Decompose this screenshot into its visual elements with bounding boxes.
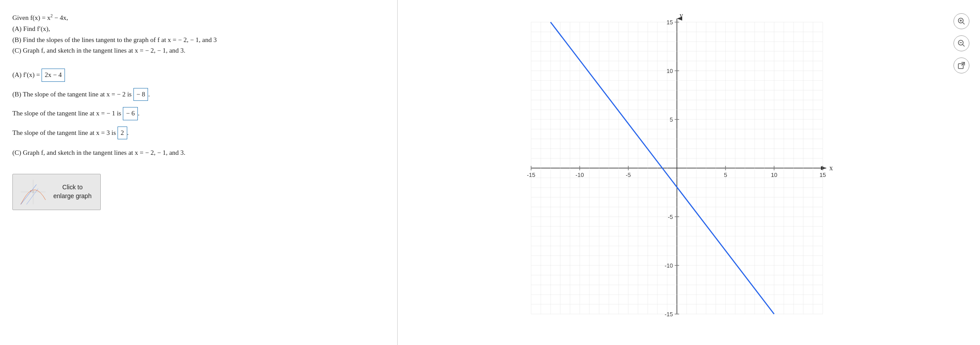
x-ticks: -15 -10 -5 5 10 15 [527, 166, 826, 178]
svg-point-4 [30, 190, 31, 191]
zoom-in-button[interactable] [953, 13, 969, 29]
part-a-answer: 2x − 4 [42, 69, 65, 82]
given-line: Given f(x) = x2 − 4x, [12, 12, 381, 23]
part-b2-answer: − 6 [123, 107, 138, 120]
part-b1-prefix: (B) The slope of the tangent line at x =… [12, 91, 133, 98]
svg-line-99 [963, 45, 965, 46]
y-axis-label: y [680, 12, 683, 19]
part-b1-answer: − 8 [133, 88, 148, 101]
external-link-icon [957, 61, 965, 69]
right-panel: /* generated below */ x y -15 -10 -5 5 [398, 0, 980, 345]
part-b-question: (B) Find the slopes of the lines tangent… [12, 34, 381, 46]
external-link-button[interactable] [953, 58, 969, 73]
answer-part-b3: The slope of the tangent line at x = 3 i… [12, 126, 381, 140]
zoom-out-button[interactable] [953, 35, 969, 51]
part-c-question: (C) Graph f, and sketch in the tangent l… [12, 45, 381, 56]
answer-part-b2: The slope of the tangent line at x = − 1… [12, 107, 381, 120]
svg-text:-5: -5 [668, 214, 673, 220]
part-a-prefix: (A) f′(x) = [12, 71, 42, 78]
zoom-out-icon [957, 39, 965, 47]
part-a-question: (A) Find f′(x), [12, 23, 381, 34]
svg-text:5: 5 [670, 116, 673, 123]
zoom-in-icon [957, 17, 965, 25]
main-graph: /* generated below */ x y -15 -10 -5 5 [434, 9, 920, 327]
answer-part-c: (C) Graph f, and sketch in the tangent l… [12, 147, 381, 159]
svg-text:10: 10 [667, 68, 673, 74]
answer-part-b1: (B) The slope of the tangent line at x =… [12, 88, 381, 101]
enlarge-graph-button[interactable]: Click to enlarge graph [12, 174, 101, 210]
left-panel: Given f(x) = x2 − 4x, (A) Find f′(x), (B… [0, 0, 398, 345]
svg-text:-10: -10 [665, 262, 673, 269]
thumbnail-graph-icon [20, 179, 46, 205]
problem-statement: Given f(x) = x2 − 4x, (A) Find f′(x), (B… [12, 12, 381, 56]
part-b2-prefix: The slope of the tangent line at x = − 1… [12, 110, 123, 117]
svg-text:-15: -15 [665, 311, 673, 318]
x-axis-label: x [829, 164, 833, 172]
answer-part-a: (A) f′(x) = 2x − 4 [12, 69, 381, 82]
part-b3-answer: 2 [118, 126, 127, 140]
answer-section: (A) f′(x) = 2x − 4 (B) The slope of the … [12, 69, 381, 210]
thumbnail-label: Click to enlarge graph [52, 183, 93, 200]
graph-area: /* generated below */ x y -15 -10 -5 5 [406, 9, 947, 327]
graph-toolbar [947, 9, 976, 78]
svg-text:15: 15 [667, 19, 673, 26]
part-b3-prefix: The slope of the tangent line at x = 3 i… [12, 129, 118, 136]
svg-line-3 [27, 188, 38, 204]
svg-line-96 [963, 23, 965, 24]
